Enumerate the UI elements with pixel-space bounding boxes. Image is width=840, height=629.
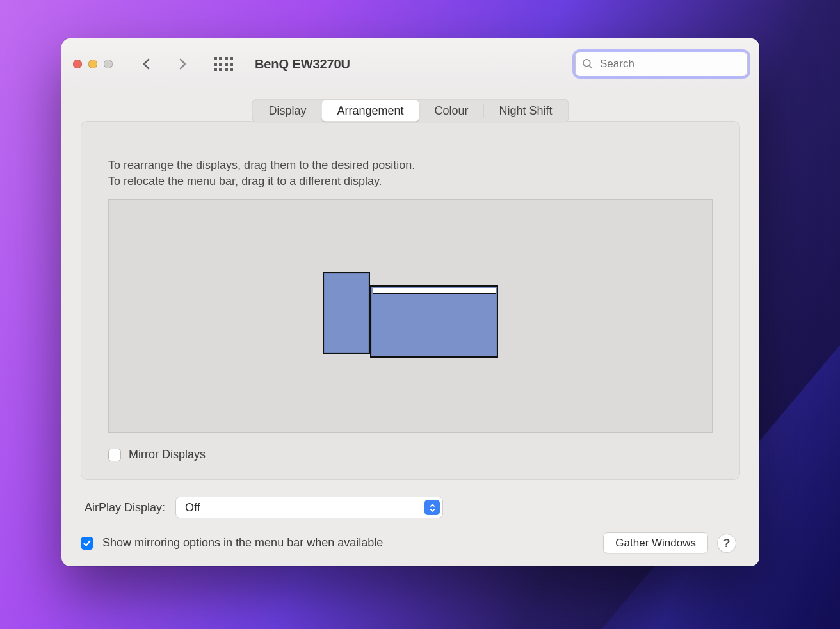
mirror-displays-row: Mirror Displays [108,448,713,461]
back-button[interactable] [134,52,159,76]
search-field-wrap [575,52,748,76]
forward-button [170,52,195,76]
checkmark-icon [83,539,92,548]
bottom-row: Show mirroring options in the menu bar w… [81,532,740,553]
airplay-label: AirPlay Display: [85,501,165,514]
airplay-row: AirPlay Display: Off [81,497,740,518]
display-arrangement-canvas[interactable] [108,199,713,433]
select-stepper-icon [424,500,440,515]
svg-line-1 [590,66,592,68]
display-secondary[interactable] [323,272,370,354]
zoom-window-button[interactable] [104,60,113,68]
chevron-right-icon [175,56,190,72]
traffic-lights [73,60,113,68]
hint-line-2: To relocate the menu bar, drag it to a d… [108,175,382,187]
tab-arrangement[interactable]: Arrangement [321,100,419,122]
tab-display[interactable]: Display [253,100,321,122]
chevron-left-icon [139,56,154,72]
instruction-text: To rearrange the displays, drag them to … [108,157,713,189]
window-title: BenQ EW3270U [255,57,350,72]
minimize-window-button[interactable] [88,60,97,68]
show-all-prefs-button[interactable] [213,53,234,75]
hint-line-1: To rearrange the displays, drag them to … [108,159,415,171]
menu-bar-handle[interactable] [373,288,496,294]
tab-colour[interactable]: Colour [419,100,484,122]
show-mirroring-label: Show mirroring options in the menu bar w… [102,536,383,550]
arrangement-panel: To rearrange the displays, drag them to … [81,121,740,480]
mirror-displays-checkbox[interactable] [108,449,121,461]
content: Display Arrangement Colour Night Shift T… [61,90,759,566]
search-input[interactable] [575,52,748,76]
titlebar: BenQ EW3270U [61,38,759,90]
airplay-select[interactable]: Off [175,497,443,518]
help-button[interactable]: ? [717,534,736,553]
mirror-displays-label: Mirror Displays [129,448,206,461]
show-mirroring-checkbox[interactable] [81,537,93,550]
tabbar: Display Arrangement Colour Night Shift [252,99,569,123]
gather-windows-button[interactable]: Gather Windows [603,532,708,553]
system-preferences-window: BenQ EW3270U Display Arrangement Colour … [61,38,759,566]
search-icon [581,58,594,70]
tab-night-shift[interactable]: Night Shift [484,100,568,122]
display-primary[interactable] [370,285,498,358]
airplay-value: Off [185,501,200,514]
close-window-button[interactable] [73,60,82,68]
